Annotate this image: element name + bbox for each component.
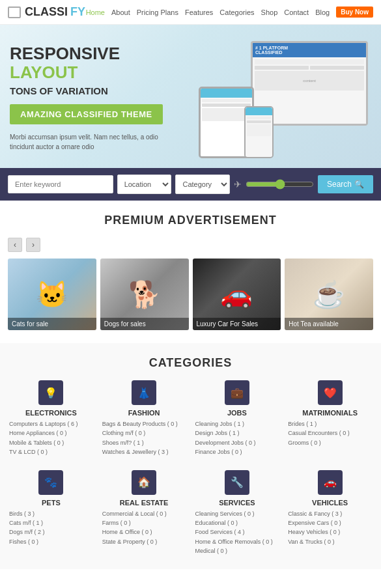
nav-contact[interactable]: Contact	[284, 8, 309, 16]
services-icon: 🔧	[225, 470, 249, 495]
monitor-stand	[296, 125, 322, 126]
pets-title: PETS	[8, 499, 94, 507]
pets-icon: 🐾	[38, 470, 63, 495]
search-button-label: Search	[327, 180, 352, 189]
real-estate-icon: 🏠	[132, 470, 156, 495]
carousel-controls: ‹ ›	[8, 238, 373, 252]
real-estate-subs: Commercial & Local ( 0 ) Farms ( 0 ) Hom…	[101, 509, 188, 547]
send-icon: ✈	[234, 179, 242, 189]
ad-label-4: Hot Tea available	[285, 318, 373, 330]
premium-ads-title: PREMIUM ADVERTISEMENT	[8, 214, 373, 227]
nav-buynow[interactable]: Buy Now	[336, 7, 373, 18]
matrimonials-icon: ❤️	[318, 380, 343, 405]
fashion-icon: 👗	[132, 380, 156, 405]
services-subs: Cleaning Services ( 0 ) Educational ( 0 …	[194, 509, 281, 556]
nav-pricing[interactable]: Pricing Plans	[137, 8, 178, 16]
price-range	[246, 179, 314, 189]
premium-ads-section: PREMIUM ADVERTISEMENT ‹ › Cats for sale …	[0, 201, 381, 343]
hero-section: RESPONSIVE LAYOUT TONS OF VARIATION AMAZ…	[0, 25, 381, 168]
category-fashion[interactable]: 👗 FASHION Bags & Beauty Products ( 0 ) C…	[101, 380, 188, 457]
search-button[interactable]: Search 🔍	[318, 175, 373, 193]
vehicles-icon: 🚗	[318, 470, 343, 495]
nav-shop[interactable]: Shop	[261, 8, 278, 16]
hero-headline: RESPONSIVE LAYOUT	[10, 44, 179, 81]
category-pets[interactable]: 🐾 PETS Birds ( 3 ) Cats m/f ( 1 ) Dogs m…	[8, 470, 94, 556]
jobs-title: JOBS	[194, 409, 281, 417]
hero-devices: # 1 PLATFORMCLASSIFIED content	[192, 25, 381, 168]
matrimonials-title: MATRIMONIALS	[287, 409, 373, 417]
category-electronics[interactable]: 💡 ELECTRONICS Computers & Laptops ( 6 ) …	[8, 380, 94, 457]
search-button-icon: 🔍	[354, 180, 364, 189]
category-vehicles[interactable]: 🚗 VEHICLES Classic & Fancy ( 3 ) Expensi…	[287, 470, 373, 556]
ad-card-3[interactable]: Luxury Car For Sales	[193, 259, 281, 330]
hero-text: RESPONSIVE LAYOUT TONS OF VARIATION AMAZ…	[10, 44, 179, 152]
electronics-title: ELECTRONICS	[8, 409, 94, 417]
categories-grid: 💡 ELECTRONICS Computers & Laptops ( 6 ) …	[8, 380, 373, 556]
logo-text-1: CLASSI	[25, 5, 68, 19]
categories-title: CATEGORIES	[8, 356, 373, 370]
ad-card-2[interactable]: Dogs for sales	[100, 259, 189, 330]
location-select[interactable]: Location	[117, 175, 172, 194]
header: CLASSIFY Home About Pricing Plans Featur…	[0, 0, 381, 25]
ad-label-2: Dogs for sales	[100, 318, 189, 330]
hero-cta-button[interactable]: AMAZING CLASSIFIED THEME	[10, 104, 163, 124]
main-nav: Home About Pricing Plans Features Catego…	[86, 7, 373, 18]
hero-subheadline: TONS OF VARIATION	[10, 85, 179, 96]
vehicles-title: VEHICLES	[287, 499, 373, 507]
logo-text-2: FY	[70, 5, 85, 19]
category-select[interactable]: Category	[175, 175, 230, 194]
search-bar: Location Category ✈ Search 🔍	[0, 168, 381, 201]
ad-label-3: Luxury Car For Sales	[193, 318, 281, 330]
electronics-icon: 💡	[38, 380, 63, 405]
range-slider[interactable]	[246, 179, 314, 189]
pets-subs: Birds ( 3 ) Cats m/f ( 1 ) Dogs m/f ( 2 …	[8, 509, 94, 547]
nav-features[interactable]: Features	[185, 8, 213, 16]
category-services[interactable]: 🔧 SERVICES Cleaning Services ( 0 ) Educa…	[194, 470, 281, 556]
category-matrimonials[interactable]: ❤️ MATRIMONIALS Brides ( 1 ) Casual Enco…	[287, 380, 373, 457]
nav-categories[interactable]: Categories	[219, 8, 254, 16]
fashion-title: FASHION	[101, 409, 188, 417]
services-title: SERVICES	[194, 499, 281, 507]
electronics-subs: Computers & Laptops ( 6 ) Home Appliance…	[8, 419, 94, 457]
phone-device	[244, 106, 274, 158]
ad-grid: Cats for sale Dogs for sales Luxury Car …	[8, 259, 373, 330]
keyword-input[interactable]	[8, 175, 113, 193]
matrimonials-subs: Brides ( 1 ) Casual Encounters ( 0 ) Gro…	[287, 419, 373, 447]
nav-home[interactable]: Home	[86, 8, 105, 16]
carousel-next-button[interactable]: ›	[26, 238, 40, 252]
jobs-subs: Cleaning Jobs ( 1 ) Design Jobs ( 1 ) De…	[194, 419, 281, 457]
category-jobs[interactable]: 💼 JOBS Cleaning Jobs ( 1 ) Design Jobs (…	[194, 380, 281, 457]
categories-section: CATEGORIES 💡 ELECTRONICS Computers & Lap…	[0, 343, 381, 569]
ad-label-1: Cats for sale	[8, 318, 96, 330]
device-mockup: # 1 PLATFORMCLASSIFIED content	[199, 35, 374, 158]
logo-icon	[8, 7, 21, 18]
nav-blog[interactable]: Blog	[315, 8, 330, 16]
phone-screen	[246, 107, 272, 157]
real-estate-title: REAL ESTATE	[101, 499, 188, 507]
jobs-icon: 💼	[225, 380, 249, 405]
logo: CLASSIFY	[8, 5, 85, 19]
vehicles-subs: Classic & Fancy ( 3 ) Expensive Cars ( 0…	[287, 509, 373, 547]
ad-card-4[interactable]: Hot Tea available	[285, 259, 373, 330]
nav-about[interactable]: About	[111, 8, 130, 16]
carousel-prev-button[interactable]: ‹	[8, 238, 22, 252]
category-real-estate[interactable]: 🏠 REAL ESTATE Commercial & Local ( 0 ) F…	[101, 470, 188, 556]
ad-card-1[interactable]: Cats for sale	[8, 259, 96, 330]
hero-description: Morbi accumsan ipsum velit. Nam nec tell…	[10, 132, 179, 152]
fashion-subs: Bags & Beauty Products ( 0 ) Clothing m/…	[101, 419, 188, 457]
